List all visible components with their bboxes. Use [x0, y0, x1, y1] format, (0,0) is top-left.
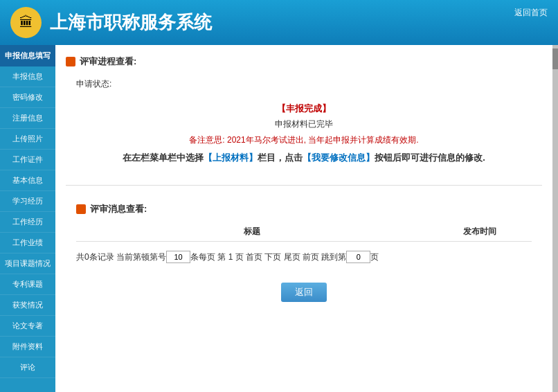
- message-table-header: 标题 发布时间: [76, 222, 532, 242]
- page-jump-input[interactable]: [346, 251, 370, 263]
- back-home-link[interactable]: 返回首页: [514, 7, 548, 19]
- sidebar-item-change-password[interactable]: 密码修改: [0, 87, 55, 108]
- message-section: 评审消息查看: 标题 发布时间 共0条记录 当前第顿第号 条每页 第 1 页 首…: [66, 196, 542, 312]
- sidebar-item-patents[interactable]: 专利课题: [0, 274, 55, 295]
- sidebar-item-work-id[interactable]: 工作证件: [0, 150, 55, 170]
- sidebar-item-basic-info[interactable]: 基本信息: [0, 170, 55, 191]
- sidebar-item-projects[interactable]: 项目课题情况: [0, 253, 55, 274]
- col-title-label: 标题: [76, 226, 428, 238]
- header-title: 上海市职称服务系统: [50, 10, 212, 35]
- message-section-header: 评审消息查看:: [76, 203, 532, 215]
- sidebar-item-register-info[interactable]: 注册信息: [0, 108, 55, 129]
- content-box: 【丰报完成】 申报材料已完毕 备注意思: 2021年马尔考试进出, 当年起申报并…: [76, 96, 532, 175]
- sidebar: 申报信息填写 丰报信息 密码修改 注册信息 上传照片 工作证件 基本信息 学习经…: [0, 45, 55, 392]
- return-button[interactable]: 返回: [281, 283, 327, 302]
- pagination-middle: 条每页 第 1 页 首页 下页 尾页 前页 跳到第: [190, 251, 346, 263]
- pagination-prefix: 共0条记录 当前第顿第号: [76, 251, 166, 263]
- review-progress-header: 评审进程查看:: [66, 55, 542, 68]
- message-section-title: 评审消息查看:: [90, 203, 147, 215]
- sidebar-item-work-performance[interactable]: 工作业绩: [0, 233, 55, 253]
- message-section-icon: [76, 204, 86, 214]
- notice-text: 备注意思: 2021年马尔考试进出, 当年起申报并计算成绩有效期.: [76, 134, 532, 146]
- col-date-label: 发布时间: [428, 226, 532, 238]
- return-center: 返回: [76, 269, 532, 309]
- pagination-suffix: 页: [370, 251, 379, 263]
- scroll-thumb: [552, 48, 558, 69]
- sidebar-item-education[interactable]: 学习经历: [0, 191, 55, 212]
- modify-text-3: 按钮后即可进行信息的修改.: [375, 152, 485, 163]
- status-area: 申请状态: 【丰报完成】 申报材料已完毕 备注意思: 2021年马尔考试进出, …: [66, 75, 542, 186]
- sidebar-item-other[interactable]: 评论: [0, 357, 55, 378]
- per-page-input[interactable]: [166, 251, 190, 263]
- header-logo: 🏛: [10, 7, 42, 38]
- sidebar-item-awards[interactable]: 获奖情况: [0, 295, 55, 316]
- sidebar-item-papers[interactable]: 论文专著: [0, 316, 55, 337]
- sidebar-item-upload-photo[interactable]: 上传照片: [0, 129, 55, 150]
- review-progress-icon: [66, 57, 75, 66]
- status-label: 申请状态:: [76, 78, 532, 90]
- header: 🏛 上海市职称服务系统 返回首页: [0, 0, 558, 45]
- sidebar-item-report-info[interactable]: 丰报信息: [0, 66, 55, 87]
- modify-bracket-1: 【上报材料】: [204, 152, 258, 163]
- modify-text-1: 在左栏菜单栏中选择: [123, 152, 204, 163]
- sidebar-header: 申报信息填写: [0, 45, 55, 66]
- logo-icon: 🏛: [19, 15, 33, 30]
- review-progress-title: 评审进程查看:: [80, 55, 136, 68]
- right-scrollbar[interactable]: [552, 45, 558, 392]
- pagination-area: 共0条记录 当前第顿第号 条每页 第 1 页 首页 下页 尾页 前页 跳到第 页: [76, 245, 532, 269]
- main-layout: 申报信息填写 丰报信息 密码修改 注册信息 上传照片 工作证件 基本信息 学习经…: [0, 45, 558, 392]
- sidebar-item-work-experience[interactable]: 工作经历: [0, 212, 55, 233]
- modify-bracket-2: 【我要修改信息】: [303, 152, 375, 163]
- modify-info-text: 在左栏菜单栏中选择【上报材料】栏目，点击【我要修改信息】按钮后即可进行信息的修改…: [76, 152, 532, 164]
- sidebar-item-attachments[interactable]: 附件资料: [0, 337, 55, 357]
- submit-status-label: 【丰报完成】: [76, 103, 532, 115]
- submit-status-desc: 申报材料已完毕: [76, 118, 532, 130]
- modify-text-2: 栏目，点击: [258, 152, 303, 163]
- main-content: 评审进程查看: 申请状态: 【丰报完成】 申报材料已完毕 备注意思: 2021年…: [55, 45, 552, 392]
